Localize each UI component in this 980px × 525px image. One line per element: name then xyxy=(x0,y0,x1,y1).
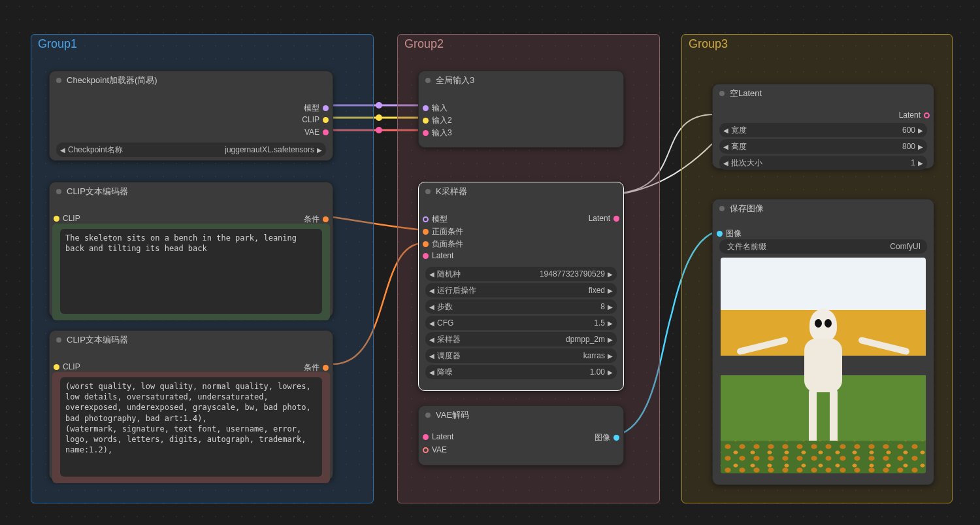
collapse-dot-icon[interactable] xyxy=(719,91,725,96)
node-title: CLIP文本编码器 xyxy=(67,334,128,346)
node-global-inputs[interactable]: 全局输入3 输入 输入2 输入3 xyxy=(418,71,624,148)
widget-steps[interactable]: ◀步数8▶ xyxy=(425,299,617,314)
node-header[interactable]: K采样器 xyxy=(419,182,623,201)
widget-filename-prefix[interactable]: 文件名前缀 ComfyUI xyxy=(719,239,927,254)
port-label-vae: VAE xyxy=(304,127,319,137)
widget-width[interactable]: ◀宽度600▶ xyxy=(719,123,927,137)
widget-value: juggernautXL.safetensors xyxy=(127,145,314,154)
node-header[interactable]: 全局输入3 xyxy=(419,71,623,90)
node-header[interactable]: Checkpoint加载器(简易) xyxy=(50,71,333,90)
port-label: Latent xyxy=(432,432,453,441)
group-2-title: Group2 xyxy=(404,37,444,51)
widget-sampler[interactable]: ◀采样器dpmpp_2m▶ xyxy=(425,332,617,347)
chevron-right-icon[interactable]: ▶ xyxy=(317,146,322,154)
collapse-dot-icon[interactable] xyxy=(56,78,61,83)
preview-arm xyxy=(736,336,789,355)
widget-height[interactable]: ◀高度800▶ xyxy=(719,139,927,154)
preview-skull xyxy=(809,309,837,341)
port-pin-vae[interactable] xyxy=(423,447,429,453)
port-pin-clip[interactable] xyxy=(323,117,329,123)
port-label: Latent xyxy=(589,214,610,223)
group-1-title: Group1 xyxy=(38,37,77,51)
port-label: Latent xyxy=(432,251,453,260)
port-pin-image-in[interactable] xyxy=(717,231,723,237)
node-clip-positive[interactable]: CLIP文本编码器 CLIP 条件 The skeleton sits on a… xyxy=(49,182,333,318)
node-header[interactable]: 保存图像 xyxy=(713,199,934,218)
widget-scheduler[interactable]: ◀调度器karras▶ xyxy=(425,348,617,363)
node-header[interactable]: 空Latent xyxy=(713,84,934,103)
port-pin[interactable] xyxy=(423,118,429,124)
port-pin-pos[interactable] xyxy=(423,229,429,235)
node-title: K采样器 xyxy=(436,186,467,197)
node-title: 保存图像 xyxy=(730,203,764,214)
node-title: VAE解码 xyxy=(436,409,469,421)
port-pin-model[interactable] xyxy=(323,105,329,111)
port-label: CLIP xyxy=(63,214,80,223)
node-title: 全局输入3 xyxy=(436,75,474,86)
node-empty-latent[interactable]: 空Latent Latent ◀宽度600▶ ◀高度800▶ ◀批次大小1▶ xyxy=(712,84,934,169)
widget-batch[interactable]: ◀批次大小1▶ xyxy=(719,156,927,170)
collapse-dot-icon[interactable] xyxy=(425,413,431,418)
node-header[interactable]: CLIP文本编码器 xyxy=(50,331,333,349)
port-pin-neg[interactable] xyxy=(423,241,429,247)
widget-denoise[interactable]: ◀降噪1.00▶ xyxy=(425,365,617,379)
port-label: Latent xyxy=(899,110,921,120)
collapse-dot-icon[interactable] xyxy=(425,78,431,83)
preview-torso xyxy=(804,339,842,392)
preview-arm xyxy=(858,336,910,355)
port-label: 正面条件 xyxy=(432,226,463,237)
port-label: 条件 xyxy=(304,362,319,373)
port-pin[interactable] xyxy=(423,105,429,111)
node-clip-negative[interactable]: CLIP文本编码器 CLIP 条件 (worst quality, low qu… xyxy=(49,330,333,481)
port-label: 输入2 xyxy=(432,115,452,126)
node-ksampler[interactable]: K采样器 模型 正面条件 负面条件 Latent Latent ◀随机种1948… xyxy=(418,182,624,391)
chevron-left-icon[interactable]: ◀ xyxy=(60,146,65,154)
port-label: 条件 xyxy=(304,214,319,225)
port-pin-model[interactable] xyxy=(423,216,429,222)
widget-ckpt-name[interactable]: ◀ Checkpoint名称 juggernautXL.safetensors … xyxy=(56,143,326,157)
collapse-dot-icon[interactable] xyxy=(56,189,61,194)
collapse-dot-icon[interactable] xyxy=(56,337,61,343)
port-label: 输入 xyxy=(432,103,448,114)
node-checkpoint-loader[interactable]: Checkpoint加载器(简易) 模型 CLIP VAE ◀ Checkpoi… xyxy=(49,71,333,161)
port-label-model: 模型 xyxy=(304,103,319,114)
node-header[interactable]: CLIP文本编码器 xyxy=(50,182,333,201)
widget-cfg[interactable]: ◀CFG1.5▶ xyxy=(425,316,617,330)
widget-label: Checkpoint名称 xyxy=(68,144,123,156)
port-pin-vae[interactable] xyxy=(323,129,329,135)
link-dot-clip xyxy=(376,114,382,121)
widget-seed[interactable]: ◀随机种194877323790529▶ xyxy=(425,267,617,281)
port-label: 负面条件 xyxy=(432,239,463,250)
port-pin[interactable] xyxy=(423,130,429,136)
port-label: 模型 xyxy=(432,214,448,225)
node-vae-decode[interactable]: VAE解码 Latent VAE 图像 xyxy=(418,405,624,466)
widget-after[interactable]: ◀运行后操作fixed▶ xyxy=(425,283,617,297)
port-pin-latent-in[interactable] xyxy=(423,253,429,259)
negative-prompt-text[interactable]: (worst quality, low quality, normal qual… xyxy=(60,377,322,477)
port-pin-cond-out[interactable] xyxy=(323,365,329,371)
port-pin-latent[interactable] xyxy=(423,434,429,440)
node-title: Checkpoint加载器(简易) xyxy=(67,75,157,86)
port-pin-latent-out[interactable] xyxy=(613,216,619,222)
group-3-title: Group3 xyxy=(689,37,728,51)
prompt-text[interactable]: The skeleton sits on a bench in the park… xyxy=(60,229,322,314)
link-dot-vae xyxy=(376,127,382,133)
node-header[interactable]: VAE解码 xyxy=(419,406,623,424)
link-dot-model xyxy=(376,102,382,109)
node-title: 空Latent xyxy=(730,88,762,99)
node-save-image[interactable]: 保存图像 图像 文件名前缀 ComfyUI xyxy=(712,199,934,485)
collapse-dot-icon[interactable] xyxy=(719,206,725,211)
port-pin-clip-in[interactable] xyxy=(54,216,59,222)
port-pin-latent-out[interactable] xyxy=(924,112,930,118)
port-pin-image-out[interactable] xyxy=(613,435,619,441)
port-pin-clip-in[interactable] xyxy=(54,364,59,370)
port-label-clip: CLIP xyxy=(302,115,319,124)
node-title: CLIP文本编码器 xyxy=(67,186,128,197)
port-label: 输入3 xyxy=(432,127,452,139)
collapse-dot-icon[interactable] xyxy=(425,189,431,194)
output-image-preview[interactable] xyxy=(721,258,926,473)
port-pin-cond-out[interactable] xyxy=(323,216,329,222)
port-label: 图像 xyxy=(595,432,610,443)
preview-leaves xyxy=(721,441,926,473)
port-label: VAE xyxy=(432,445,447,454)
